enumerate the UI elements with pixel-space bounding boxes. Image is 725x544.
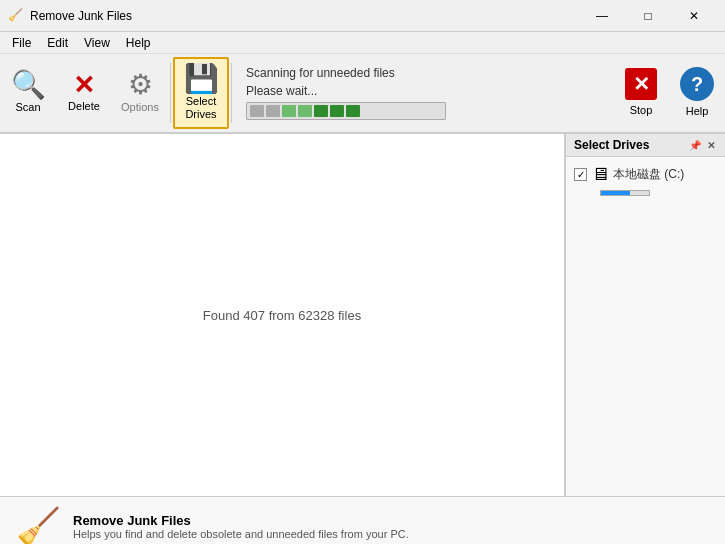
seg-2 (266, 105, 280, 117)
drive-usage-bar-c (600, 190, 650, 196)
seg-5 (314, 105, 328, 117)
main-area: Found 407 from 62328 files Select Drives… (0, 134, 725, 496)
help-label: Help (686, 105, 709, 118)
menu-edit[interactable]: Edit (39, 34, 76, 52)
scan-status-line2: Please wait... (246, 84, 601, 98)
drives-panel-body: ✓ 🖥 本地磁盘 (C:) (566, 157, 725, 200)
scan-status-line1: Scanning for unneeded files (246, 66, 601, 80)
options-button[interactable]: ⚙ Options (112, 57, 168, 129)
info-panel: 🧹 Remove Junk Files Helps you find and d… (0, 496, 725, 544)
toolbar-separator-2 (231, 63, 232, 123)
seg-1 (250, 105, 264, 117)
scan-button[interactable]: 🔍 Scan (0, 57, 56, 129)
menu-file[interactable]: File (4, 34, 39, 52)
toolbar-separator-1 (170, 63, 171, 123)
info-description: Helps you find and delete obsolete and u… (73, 528, 409, 540)
drives-panel-header: Select Drives 📌 ✕ (566, 134, 725, 157)
app-icon: 🧹 (8, 8, 24, 24)
window-title: Remove Junk Files (30, 9, 579, 23)
stop-label: Stop (630, 104, 653, 117)
title-bar: 🧹 Remove Junk Files — □ ✕ (0, 0, 725, 32)
select-drives-button[interactable]: 💾 SelectDrives (173, 57, 229, 129)
delete-label: Delete (68, 100, 100, 113)
drive-usage-fill-c (601, 191, 630, 195)
drive-item-c[interactable]: ✓ 🖥 本地磁盘 (C:) (570, 161, 721, 188)
window-controls: — □ ✕ (579, 0, 717, 32)
content-panel: Found 407 from 62328 files (0, 134, 565, 496)
seg-3 (282, 105, 296, 117)
scan-icon: 🔍 (11, 71, 46, 99)
drives-panel-pin[interactable]: 📌 (689, 139, 701, 151)
drives-panel: Select Drives 📌 ✕ ✓ 🖥 本地磁盘 (C:) (565, 134, 725, 496)
select-drives-icon: 💾 (184, 65, 219, 93)
menu-help[interactable]: Help (118, 34, 159, 52)
progress-segments (247, 103, 363, 119)
help-icon: ? (680, 67, 714, 101)
seg-6 (330, 105, 344, 117)
stop-icon: ✕ (625, 68, 657, 100)
stop-button[interactable]: ✕ Stop (613, 57, 669, 129)
info-text-area: Remove Junk Files Helps you find and del… (73, 513, 409, 540)
progress-bar (246, 102, 446, 120)
drives-panel-close[interactable]: ✕ (705, 139, 717, 151)
delete-button[interactable]: ✕ Delete (56, 57, 112, 129)
select-drives-label: SelectDrives (185, 95, 216, 121)
info-title: Remove Junk Files (73, 513, 409, 528)
close-button[interactable]: ✕ (671, 0, 717, 32)
scan-label: Scan (15, 101, 40, 114)
minimize-button[interactable]: — (579, 0, 625, 32)
help-button[interactable]: ? Help (669, 57, 725, 129)
scan-status-area: Scanning for unneeded files Please wait.… (234, 58, 613, 128)
seg-4 (298, 105, 312, 117)
drive-label-c: 本地磁盘 (C:) (613, 166, 684, 183)
delete-icon: ✕ (73, 72, 95, 98)
menu-view[interactable]: View (76, 34, 118, 52)
drive-icon-c: 🖥 (591, 164, 609, 185)
menu-bar: File Edit View Help (0, 32, 725, 54)
drive-checkbox-c[interactable]: ✓ (574, 168, 587, 181)
options-icon: ⚙ (128, 71, 153, 99)
found-files-text: Found 407 from 62328 files (203, 308, 361, 323)
drives-panel-controls: 📌 ✕ (689, 139, 717, 151)
maximize-button[interactable]: □ (625, 0, 671, 32)
broom-icon: 🧹 (16, 506, 61, 545)
options-label: Options (121, 101, 159, 114)
drives-panel-title: Select Drives (574, 138, 649, 152)
toolbar: 🔍 Scan ✕ Delete ⚙ Options 💾 SelectDrives… (0, 54, 725, 134)
seg-7 (346, 105, 360, 117)
